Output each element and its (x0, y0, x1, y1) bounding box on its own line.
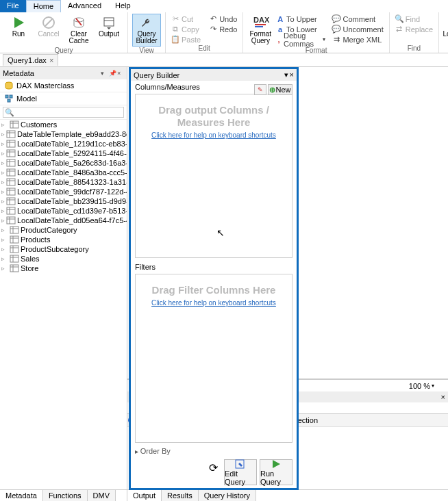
expand-icon[interactable]: ▹ (1, 179, 5, 185)
format-query-button[interactable]: DAX Format Query (247, 14, 273, 47)
close-tab-icon[interactable]: × (49, 56, 53, 64)
expand-icon[interactable]: ▹ (1, 236, 8, 243)
close-pane-icon[interactable]: × (117, 70, 124, 77)
expand-icon[interactable]: ▹ (1, 198, 5, 205)
expand-icon[interactable]: ▹ (1, 265, 8, 272)
menu-help[interactable]: Help (108, 0, 138, 12)
table-item[interactable]: ▹LocalDateTable_8486a3ba-ccc5-49ab- (0, 168, 127, 177)
svg-rect-33 (7, 169, 15, 176)
undo-button[interactable]: ↶Undo (208, 14, 238, 24)
table-name: DateTableTemplate_eb9add23-8e7e-4 (17, 130, 127, 138)
table-item[interactable]: ▹DateTableTemplate_eb9add23-8e7e-4 (0, 129, 127, 139)
load-perf-button[interactable]: Load Perf Data (443, 14, 448, 47)
svg-rect-18 (10, 121, 18, 128)
menu-advanced[interactable]: Advanced (61, 0, 108, 12)
tab-output[interactable]: Output (127, 490, 162, 501)
expand-icon[interactable]: ▹ (1, 246, 8, 253)
qb-filters-dropzone[interactable]: Drag Filter Columns Here Click here for … (135, 274, 293, 443)
replace-button[interactable]: ⇄Replace (394, 24, 434, 34)
paste-button[interactable]: 📋Paste (170, 34, 202, 44)
query-builder-button[interactable]: Query Builder (132, 14, 161, 47)
tab-metadata[interactable]: Metadata (0, 490, 43, 501)
table-item[interactable]: ▹Products (0, 235, 127, 244)
table-name: ProductCategory (21, 226, 77, 234)
pin-icon[interactable]: ▾ (101, 70, 108, 77)
svg-rect-45 (7, 207, 15, 214)
metadata-search-input[interactable] (3, 107, 124, 118)
zoom-level[interactable]: 100 % (409, 382, 430, 390)
table-item[interactable]: ▹ProductSubcategory (0, 244, 127, 254)
replace-icon: ⇄ (395, 25, 403, 34)
merge-xml-button[interactable]: ⇉Merge XML (331, 34, 384, 44)
svg-rect-9 (255, 24, 266, 25)
qb-columns-dropzone[interactable]: Drag output Columns / Measures Here Clic… (135, 94, 293, 258)
redo-button[interactable]: ↷Redo (208, 24, 238, 34)
qb-dropdown-icon[interactable]: ▾ (284, 70, 288, 79)
table-item[interactable]: ▹Customers (0, 120, 127, 129)
table-item[interactable]: ▹LocalDateTable_88541323-1a31-4ca1- (0, 177, 127, 187)
expand-icon[interactable]: ▹ (1, 121, 8, 128)
qb-edit-icon[interactable]: ✎ (254, 84, 266, 95)
expand-icon[interactable]: ▹ (1, 188, 5, 195)
pin2-icon[interactable]: 📌 (109, 70, 116, 77)
refresh-icon: ⟳ (209, 461, 218, 474)
run-button[interactable]: Run (4, 14, 33, 47)
qb-shortcuts-link[interactable]: Click here for help on keyboard shortcut… (136, 131, 292, 139)
expand-icon[interactable]: ▹ (1, 227, 8, 233)
qb-orderby[interactable]: ▸ Order By (131, 446, 297, 457)
table-item[interactable]: ▹ProductCategory (0, 225, 127, 235)
qb-new-button[interactable]: ⊕New (268, 84, 293, 95)
undo-icon: ↶ (209, 15, 217, 23)
expand-icon[interactable]: ▹ (1, 159, 5, 166)
table-item[interactable]: ▹LocalDateTable_5a26c83d-16a3-4a02- (0, 158, 127, 168)
output-icon (102, 16, 116, 29)
expand-icon[interactable]: ▹ (1, 150, 5, 157)
uncomment-button[interactable]: 💬Uncomment (331, 24, 384, 34)
qb-edit-query-button[interactable]: Edit Query (224, 459, 257, 485)
document-tab[interactable]: Query1.dax × (3, 54, 58, 66)
query-builder-panel: Query Builder ▾× Columns/Measures ✎ ⊕New… (129, 67, 299, 490)
svg-rect-17 (8, 99, 10, 102)
expand-icon[interactable]: ▹ (1, 255, 8, 262)
table-item[interactable]: ▹Store (0, 264, 127, 273)
tab-dmv[interactable]: DMV (88, 490, 116, 501)
clear-cache-button[interactable]: Clear Cache (64, 14, 93, 47)
table-item[interactable]: ▹LocalDateTable_1219d1cc-eb83-4ddf- (0, 139, 127, 149)
table-item[interactable]: ▹Sales (0, 254, 127, 264)
output-button[interactable]: Output (95, 14, 123, 47)
table-item[interactable]: ▹LocalDateTable_dd05ea64-f7c5-47b5- (0, 216, 127, 225)
expand-icon[interactable]: ▹ (1, 207, 5, 214)
comment-button[interactable]: 💬Comment (331, 14, 384, 24)
debug-commas-button[interactable]: ,Debug Commas▾ (275, 34, 327, 44)
qb-run-query-button[interactable]: Run Query (260, 459, 293, 485)
output-close-icon[interactable]: × (441, 393, 445, 401)
zoom-dropdown-icon[interactable]: ▾ (432, 383, 434, 389)
tab-history[interactable]: Query History (199, 490, 256, 501)
table-item[interactable]: ▹LocalDateTable_52924115-4f46-4235- (0, 149, 127, 158)
expand-icon[interactable]: ▹ (1, 131, 5, 138)
ribbon-group-view: View (132, 47, 161, 55)
tab-results[interactable]: Results (162, 490, 199, 501)
table-icon (10, 264, 19, 272)
database-selector[interactable]: DAX Masterclass (0, 79, 127, 92)
find-button[interactable]: 🔍Find (394, 14, 434, 24)
expand-icon[interactable]: ▹ (1, 169, 5, 176)
to-upper-button[interactable]: ATo Upper (275, 14, 327, 24)
model-selector[interactable]: Model (0, 92, 127, 105)
tab-functions[interactable]: Functions (43, 490, 88, 501)
search-icon: 🔍 (395, 15, 403, 23)
qb-close-icon[interactable]: × (290, 70, 294, 79)
copy-button[interactable]: ⧉Copy (170, 24, 202, 34)
table-item[interactable]: ▹LocalDateTable_cd1d39e7-b513-4c5a (0, 206, 127, 216)
qb-shortcuts-link-2[interactable]: Click here for help on keyboard shortcut… (136, 299, 292, 307)
menu-file[interactable]: File (0, 0, 26, 12)
expand-icon[interactable]: ▹ (1, 217, 5, 224)
cancel-button[interactable]: Cancel (34, 14, 63, 47)
expand-icon[interactable]: ▹ (1, 140, 5, 147)
menu-home[interactable]: Home (26, 0, 61, 12)
qb-refresh-button[interactable]: ⟳ (205, 459, 221, 476)
cut-button[interactable]: ✂Cut (170, 14, 202, 24)
table-item[interactable]: ▹LocalDateTable_bb239d15-d9d9-4f79 (0, 196, 127, 206)
table-name: Sales (21, 255, 40, 263)
table-item[interactable]: ▹LocalDateTable_99dcf787-122d-42ac- (0, 187, 127, 196)
